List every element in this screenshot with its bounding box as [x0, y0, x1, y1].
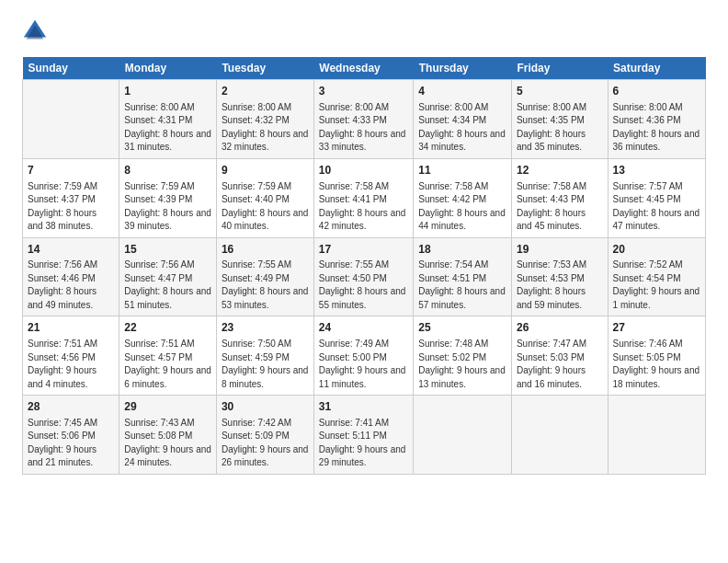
weekday-header: Tuesday	[216, 57, 313, 80]
day-info: Sunrise: 8:00 AM Sunset: 4:31 PM Dayligh…	[124, 101, 211, 155]
calendar-cell: 7Sunrise: 7:59 AM Sunset: 4:37 PM Daylig…	[23, 158, 119, 237]
calendar-cell: 14Sunrise: 7:56 AM Sunset: 4:46 PM Dayli…	[23, 237, 119, 316]
calendar-week-row: 28Sunrise: 7:45 AM Sunset: 5:06 PM Dayli…	[23, 396, 706, 475]
day-info: Sunrise: 8:00 AM Sunset: 4:32 PM Dayligh…	[222, 101, 309, 155]
day-number: 27	[613, 320, 700, 336]
calendar-cell	[23, 80, 119, 159]
calendar-cell: 30Sunrise: 7:42 AM Sunset: 5:09 PM Dayli…	[216, 396, 313, 475]
day-info: Sunrise: 7:55 AM Sunset: 4:49 PM Dayligh…	[222, 259, 309, 312]
calendar-cell: 15Sunrise: 7:56 AM Sunset: 4:47 PM Dayli…	[119, 237, 217, 316]
calendar-cell: 26Sunrise: 7:47 AM Sunset: 5:03 PM Dayli…	[511, 316, 608, 396]
day-number: 17	[319, 242, 408, 258]
day-number: 1	[124, 84, 211, 99]
calendar-cell: 3Sunrise: 8:00 AM Sunset: 4:33 PM Daylig…	[313, 80, 413, 159]
day-number: 5	[517, 84, 603, 99]
day-number: 14	[28, 242, 114, 258]
day-info: Sunrise: 7:52 AM Sunset: 4:54 PM Dayligh…	[613, 259, 700, 312]
calendar-cell: 23Sunrise: 7:50 AM Sunset: 4:59 PM Dayli…	[216, 316, 313, 396]
logo	[22, 18, 51, 44]
calendar-cell: 21Sunrise: 7:51 AM Sunset: 4:56 PM Dayli…	[23, 316, 119, 396]
day-info: Sunrise: 7:45 AM Sunset: 5:06 PM Dayligh…	[28, 417, 114, 470]
day-number: 15	[124, 242, 211, 258]
day-number: 24	[319, 320, 408, 336]
calendar-cell: 1Sunrise: 8:00 AM Sunset: 4:31 PM Daylig…	[119, 80, 217, 159]
day-number: 20	[613, 242, 700, 258]
day-info: Sunrise: 8:00 AM Sunset: 4:34 PM Dayligh…	[418, 101, 506, 155]
weekday-row: SundayMondayTuesdayWednesdayThursdayFrid…	[23, 57, 706, 80]
day-info: Sunrise: 8:00 AM Sunset: 4:36 PM Dayligh…	[613, 101, 700, 155]
day-number: 30	[222, 399, 309, 415]
weekday-header: Saturday	[608, 57, 705, 80]
weekday-header: Thursday	[414, 57, 512, 80]
calendar-cell: 8Sunrise: 7:59 AM Sunset: 4:39 PM Daylig…	[119, 158, 217, 237]
calendar-body: 1Sunrise: 8:00 AM Sunset: 4:31 PM Daylig…	[23, 80, 706, 475]
day-number: 11	[418, 163, 506, 178]
calendar-cell: 22Sunrise: 7:51 AM Sunset: 4:57 PM Dayli…	[119, 316, 217, 396]
calendar-cell: 5Sunrise: 8:00 AM Sunset: 4:35 PM Daylig…	[511, 80, 608, 159]
day-info: Sunrise: 7:51 AM Sunset: 4:56 PM Dayligh…	[28, 338, 114, 391]
calendar-cell: 6Sunrise: 8:00 AM Sunset: 4:36 PM Daylig…	[608, 80, 705, 159]
calendar-cell: 24Sunrise: 7:49 AM Sunset: 5:00 PM Dayli…	[313, 316, 413, 396]
day-number: 19	[517, 242, 603, 258]
day-info: Sunrise: 7:51 AM Sunset: 4:57 PM Dayligh…	[124, 338, 211, 391]
day-number: 2	[222, 84, 309, 99]
day-info: Sunrise: 7:42 AM Sunset: 5:09 PM Dayligh…	[222, 417, 309, 470]
calendar-cell: 16Sunrise: 7:55 AM Sunset: 4:49 PM Dayli…	[216, 237, 313, 316]
day-info: Sunrise: 7:46 AM Sunset: 5:05 PM Dayligh…	[613, 338, 700, 391]
calendar-table: SundayMondayTuesdayWednesdayThursdayFrid…	[22, 57, 706, 475]
day-info: Sunrise: 7:58 AM Sunset: 4:42 PM Dayligh…	[418, 180, 506, 234]
day-number: 31	[319, 399, 408, 415]
calendar-week-row: 21Sunrise: 7:51 AM Sunset: 4:56 PM Dayli…	[23, 316, 706, 396]
day-number: 3	[319, 84, 408, 99]
weekday-header: Sunday	[23, 57, 119, 80]
day-number: 7	[28, 163, 114, 178]
calendar-week-row: 7Sunrise: 7:59 AM Sunset: 4:37 PM Daylig…	[23, 158, 706, 237]
day-number: 8	[124, 163, 211, 178]
calendar-cell: 9Sunrise: 7:59 AM Sunset: 4:40 PM Daylig…	[216, 158, 313, 237]
calendar-cell: 20Sunrise: 7:52 AM Sunset: 4:54 PM Dayli…	[608, 237, 705, 316]
day-info: Sunrise: 7:56 AM Sunset: 4:47 PM Dayligh…	[124, 259, 211, 312]
day-info: Sunrise: 7:43 AM Sunset: 5:08 PM Dayligh…	[124, 417, 211, 470]
calendar-cell: 31Sunrise: 7:41 AM Sunset: 5:11 PM Dayli…	[313, 396, 413, 475]
calendar-cell: 12Sunrise: 7:58 AM Sunset: 4:43 PM Dayli…	[511, 158, 608, 237]
day-info: Sunrise: 7:47 AM Sunset: 5:03 PM Dayligh…	[517, 338, 603, 391]
calendar-cell: 17Sunrise: 7:55 AM Sunset: 4:50 PM Dayli…	[313, 237, 413, 316]
header	[22, 18, 706, 44]
day-number: 10	[319, 163, 408, 178]
day-info: Sunrise: 7:57 AM Sunset: 4:45 PM Dayligh…	[613, 180, 700, 234]
day-number: 13	[613, 163, 700, 178]
calendar-cell: 19Sunrise: 7:53 AM Sunset: 4:53 PM Dayli…	[511, 237, 608, 316]
calendar-header: SundayMondayTuesdayWednesdayThursdayFrid…	[23, 57, 706, 80]
weekday-header: Friday	[511, 57, 608, 80]
calendar-cell: 11Sunrise: 7:58 AM Sunset: 4:42 PM Dayli…	[414, 158, 512, 237]
day-info: Sunrise: 7:59 AM Sunset: 4:40 PM Dayligh…	[222, 180, 309, 234]
calendar-week-row: 14Sunrise: 7:56 AM Sunset: 4:46 PM Dayli…	[23, 237, 706, 316]
calendar-cell: 27Sunrise: 7:46 AM Sunset: 5:05 PM Dayli…	[608, 316, 705, 396]
day-info: Sunrise: 7:48 AM Sunset: 5:02 PM Dayligh…	[418, 338, 506, 391]
day-number: 29	[124, 399, 211, 415]
calendar-cell	[414, 396, 512, 475]
weekday-header: Monday	[119, 57, 217, 80]
calendar-cell: 2Sunrise: 8:00 AM Sunset: 4:32 PM Daylig…	[216, 80, 313, 159]
calendar-cell	[608, 396, 705, 475]
calendar-week-row: 1Sunrise: 8:00 AM Sunset: 4:31 PM Daylig…	[23, 80, 706, 159]
day-info: Sunrise: 7:59 AM Sunset: 4:39 PM Dayligh…	[124, 180, 211, 234]
day-number: 6	[613, 84, 700, 99]
day-info: Sunrise: 7:50 AM Sunset: 4:59 PM Dayligh…	[222, 338, 309, 391]
day-info: Sunrise: 8:00 AM Sunset: 4:33 PM Dayligh…	[319, 101, 408, 155]
day-info: Sunrise: 7:53 AM Sunset: 4:53 PM Dayligh…	[517, 259, 603, 312]
day-number: 22	[124, 320, 211, 336]
day-number: 26	[517, 320, 603, 336]
day-info: Sunrise: 7:59 AM Sunset: 4:37 PM Dayligh…	[28, 180, 114, 234]
day-info: Sunrise: 7:41 AM Sunset: 5:11 PM Dayligh…	[319, 417, 408, 470]
day-info: Sunrise: 7:55 AM Sunset: 4:50 PM Dayligh…	[319, 259, 408, 312]
day-number: 16	[222, 242, 309, 258]
page: SundayMondayTuesdayWednesdayThursdayFrid…	[0, 0, 728, 489]
calendar-cell: 10Sunrise: 7:58 AM Sunset: 4:41 PM Dayli…	[313, 158, 413, 237]
calendar-cell: 13Sunrise: 7:57 AM Sunset: 4:45 PM Dayli…	[608, 158, 705, 237]
weekday-header: Wednesday	[313, 57, 413, 80]
calendar-cell: 29Sunrise: 7:43 AM Sunset: 5:08 PM Dayli…	[119, 396, 217, 475]
calendar-cell: 28Sunrise: 7:45 AM Sunset: 5:06 PM Dayli…	[23, 396, 119, 475]
calendar-cell: 18Sunrise: 7:54 AM Sunset: 4:51 PM Dayli…	[414, 237, 512, 316]
calendar-cell: 25Sunrise: 7:48 AM Sunset: 5:02 PM Dayli…	[414, 316, 512, 396]
